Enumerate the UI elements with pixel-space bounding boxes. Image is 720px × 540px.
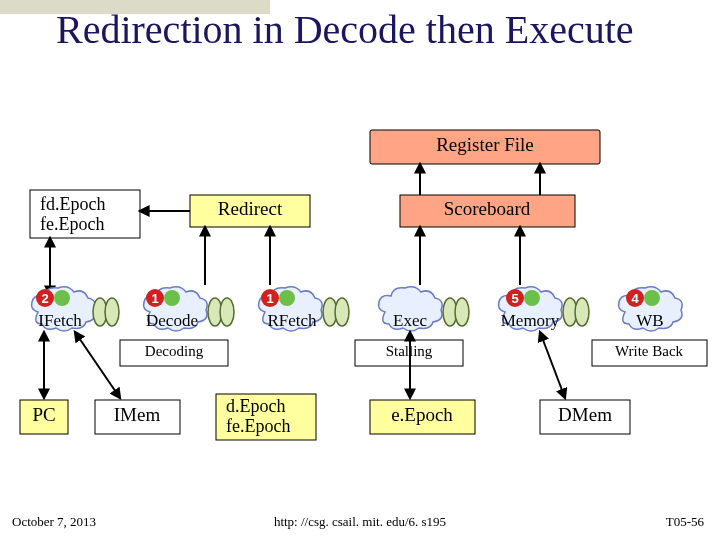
fifo-5 — [563, 298, 589, 326]
redirect-label: Redirect — [218, 198, 283, 219]
fifo-4 — [443, 298, 469, 326]
pc-label: PC — [32, 404, 55, 425]
scoreboard-label: Scoreboard — [444, 198, 531, 219]
stage-wb-label: WB — [636, 311, 663, 330]
writeback-label: Write Back — [615, 343, 684, 359]
register-file-label: Register File — [436, 134, 534, 155]
svg-text:1: 1 — [266, 291, 273, 306]
imem-label: IMem — [114, 404, 161, 425]
fifo-3 — [323, 298, 349, 326]
d-epoch-line2: fe.Epoch — [226, 416, 290, 436]
svg-text:2: 2 — [41, 291, 48, 306]
fd-epoch-label: fd.Epoch — [40, 194, 105, 214]
stage-decode-label: Decode — [146, 311, 198, 330]
svg-text:1: 1 — [151, 291, 158, 306]
arrow-mem-dmem — [540, 332, 565, 398]
decoding-label: Decoding — [145, 343, 204, 359]
e-epoch-label: e.Epoch — [391, 404, 453, 425]
svg-text:4: 4 — [631, 291, 639, 306]
svg-point-12 — [524, 290, 540, 306]
fe-epoch-label: fe.Epoch — [40, 214, 104, 234]
svg-point-6 — [164, 290, 180, 306]
fifo-2 — [208, 298, 234, 326]
footer-slide-num: T05-56 — [666, 514, 704, 530]
footer-url: http: //csg. csail. mit. edu/6. s195 — [0, 514, 720, 530]
stage-exec-label: Exec — [393, 311, 427, 330]
d-epoch-line1: d.Epoch — [226, 396, 285, 416]
fifo-1 — [93, 298, 119, 326]
stage-ifetch-label: IFetch — [38, 311, 82, 330]
arrow-ifetch-imem — [75, 332, 120, 398]
svg-text:5: 5 — [511, 291, 518, 306]
svg-point-3 — [54, 290, 70, 306]
stage-memory-label: Memory — [501, 311, 560, 330]
svg-point-15 — [644, 290, 660, 306]
stage-rfetch-label: RFetch — [267, 311, 317, 330]
svg-point-9 — [279, 290, 295, 306]
dmem-label: DMem — [558, 404, 612, 425]
